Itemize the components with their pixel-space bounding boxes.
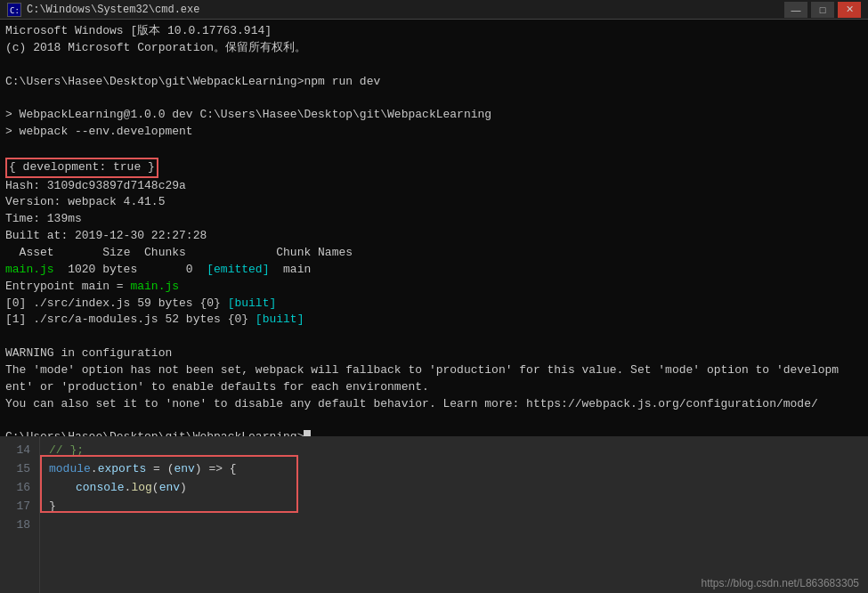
code-line-14: // };	[49, 442, 859, 460]
editor-area: 14 15 16 17 18 // }; module.exports = (e…	[0, 436, 868, 593]
line-num-18: 18	[0, 516, 39, 535]
cmd-prompt-final: C:\Users\Hasee\Desktop\git\WebpackLearni…	[5, 429, 863, 436]
cmd-line	[5, 57, 863, 74]
code-line-15: module.exports = (env) => {	[49, 460, 859, 479]
svg-text:C:: C:	[10, 6, 20, 15]
line-num-14: 14	[0, 442, 39, 460]
cmd-line	[5, 141, 863, 158]
close-button[interactable]: ✕	[838, 2, 861, 18]
terminal-area: Microsoft Windows [版本 10.0.17763.914] (c…	[0, 20, 868, 436]
development-box: { development: true }	[5, 158, 158, 178]
code-content: // }; module.exports = (env) => { consol…	[40, 436, 868, 593]
cmd-line: Time: 139ms	[5, 211, 863, 228]
cmd-line	[5, 412, 863, 429]
watermark-link: https://blog.csdn.net/L863683305	[702, 577, 859, 589]
cmd-line: Built at: 2019-12-30 22:27:28	[5, 228, 863, 245]
minimize-button[interactable]: —	[784, 2, 807, 18]
cmd-line	[5, 90, 863, 107]
code-line-18	[49, 516, 859, 535]
cmd-line: Microsoft Windows [版本 10.0.17763.914]	[5, 23, 863, 40]
window-controls: — □ ✕	[784, 2, 861, 18]
line-num-17: 17	[0, 498, 39, 516]
cmd-line: C:\Users\Hasee\Desktop\git\WebpackLearni…	[5, 74, 863, 91]
line-num-16: 16	[0, 479, 39, 498]
cmd-line: (c) 2018 Microsoft Corporation。保留所有权利。	[5, 40, 863, 57]
code-line-17: }	[49, 498, 859, 516]
cmd-line	[5, 329, 863, 345]
cmd-line: > webpack --env.development	[5, 124, 863, 141]
line-numbers: 14 15 16 17 18	[0, 436, 40, 593]
code-line-16: console.log(env)	[49, 479, 859, 498]
cmd-line: main.js 1020 bytes 0 [emitted] main	[5, 262, 863, 279]
line-num-15: 15	[0, 460, 39, 479]
cmd-line-boxed: { development: true }	[5, 158, 863, 178]
cmd-line: WARNING in configuration	[5, 345, 863, 362]
cmd-line: Entrypoint main = main.js	[5, 279, 863, 296]
cmd-line: Asset Size Chunks Chunk Names	[5, 245, 863, 262]
cmd-line: Hash: 3109dc93897d7148c29a	[5, 178, 863, 195]
cmd-warning-line3: You can also set it to 'none' to disable…	[5, 396, 863, 413]
cmd-line: Version: webpack 4.41.5	[5, 194, 863, 211]
cmd-line: > WebpackLearning@1.0.0 dev C:\Users\Has…	[5, 107, 863, 124]
title-bar-left: C: C:\Windows\System32\cmd.exe	[7, 3, 199, 17]
window-title: C:\Windows\System32\cmd.exe	[27, 4, 199, 16]
cmd-warning-line2: ent' or 'production' to enable defaults …	[5, 379, 863, 396]
title-bar: C: C:\Windows\System32\cmd.exe — □ ✕	[0, 0, 868, 20]
cmd-warning-line1: The 'mode' option has not been set, webp…	[5, 362, 863, 379]
editor-content: 14 15 16 17 18 // }; module.exports = (e…	[0, 436, 868, 593]
cmd-line: [0] ./src/index.js 59 bytes {0} [built]	[5, 296, 863, 313]
maximize-button[interactable]: □	[811, 2, 834, 18]
cmd-line: [1] ./src/a-modules.js 52 bytes {0} [bui…	[5, 312, 863, 329]
cmd-icon: C:	[7, 3, 21, 17]
